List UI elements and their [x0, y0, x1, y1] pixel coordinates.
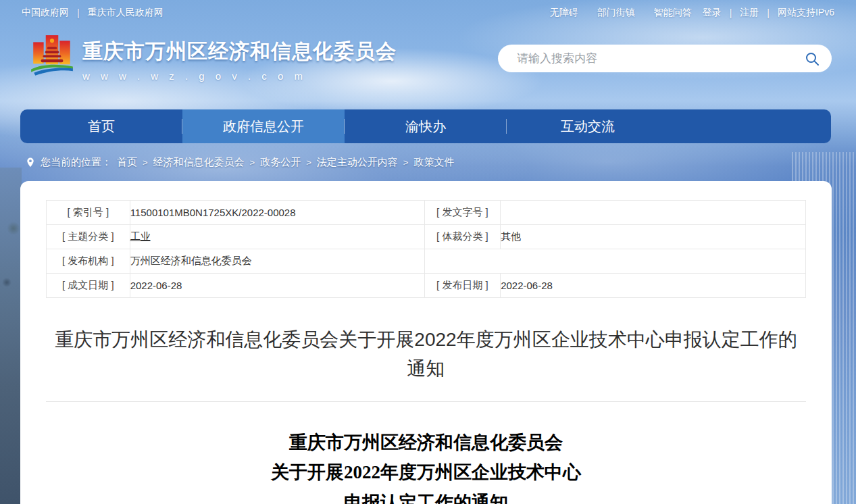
- page-title: 重庆市万州区经济和信息化委员会关于开展2022年度万州区企业技术中心申报认定工作…: [46, 325, 806, 384]
- meta-written-date-label: [ 成文日期 ]: [47, 274, 130, 298]
- table-row: [ 索引号 ] 11500101MB0N1725XK/2022-00028 [ …: [47, 201, 806, 225]
- document-title-line: 重庆市万州区经济和信息化委员会: [46, 428, 806, 458]
- site-logo-icon[interactable]: [30, 32, 74, 80]
- breadcrumb-separator: >: [250, 157, 255, 168]
- meta-publish-date-value: 2022-06-28: [501, 274, 806, 298]
- meta-docnum-label: [ 发文字号 ]: [424, 201, 500, 225]
- document-title-line: 关于开展2022年度万州区企业技术中心: [46, 457, 806, 488]
- topbar-separator: |: [77, 7, 80, 18]
- breadcrumb-commission[interactable]: 经济和信息化委员会: [153, 156, 245, 169]
- nav-item-yukuaiban[interactable]: 渝快办: [345, 109, 507, 143]
- meta-empty-cell: [424, 249, 805, 274]
- search-box: [498, 45, 832, 72]
- document-meta-table: [ 索引号 ] 11500101MB0N1725XK/2022-00028 [ …: [46, 200, 806, 298]
- meta-genre-label: [ 体裁分类 ]: [424, 225, 500, 249]
- city-photo-area: [0, 168, 22, 504]
- table-row: [ 主题分类 ] 工业 [ 体裁分类 ] 其他: [47, 225, 806, 249]
- page: 中国政府网 | 重庆市人民政府网 无障碍 部门街镇 智能问答 登录 | 注册 |…: [0, 0, 856, 504]
- content-panel: [ 索引号 ] 11500101MB0N1725XK/2022-00028 [ …: [20, 181, 832, 504]
- site-header: 重庆市万州区经济和信息化委员会 w w w . w z . g o v . c …: [30, 32, 397, 82]
- topbar-separator: |: [767, 7, 770, 18]
- meta-topic-label: [ 主题分类 ]: [47, 225, 130, 249]
- nav-item-home[interactable]: 首页: [20, 109, 182, 143]
- topic-link[interactable]: 工业: [130, 230, 151, 242]
- meta-genre-value: 其他: [501, 225, 806, 249]
- site-title: 重庆市万州区经济和信息化委员会: [82, 38, 397, 66]
- link-register[interactable]: 注册: [740, 7, 759, 19]
- meta-written-date-value: 2022-06-28: [130, 274, 424, 298]
- topbar-right-links: 无障碍 部门街镇 智能问答 登录 | 注册 | 网站支持IPv6: [550, 7, 834, 19]
- brand-text: 重庆市万州区经济和信息化委员会 w w w . w z . g o v . c …: [82, 32, 397, 82]
- nav-item-interaction[interactable]: 互动交流: [507, 109, 669, 143]
- link-smart-qa[interactable]: 智能问答: [654, 7, 692, 19]
- site-url: w w w . w z . g o v . c o m: [82, 70, 397, 82]
- breadcrumb-legal-content[interactable]: 法定主动公开内容: [317, 156, 398, 169]
- location-pin-icon: [26, 157, 35, 168]
- table-row: [ 成文日期 ] 2022-06-28 [ 发布日期 ] 2022-06-28: [47, 274, 806, 298]
- topbar-separator: |: [730, 7, 732, 18]
- search-button[interactable]: [792, 45, 832, 72]
- table-row: [ 发布机构 ] 万州区经济和信息化委员会: [47, 249, 806, 274]
- breadcrumb-separator: >: [143, 157, 148, 168]
- document-title: 重庆市万州区经济和信息化委员会 关于开展2022年度万州区企业技术中心 申报认定…: [46, 428, 806, 504]
- breadcrumb-home[interactable]: 首页: [117, 156, 137, 169]
- meta-docnum-value: [501, 201, 806, 225]
- meta-publish-date-label: [ 发布日期 ]: [424, 274, 500, 298]
- search-icon: [804, 51, 820, 67]
- topbar-left-links: 中国政府网 | 重庆市人民政府网: [22, 7, 163, 19]
- meta-publisher-value: 万州区经济和信息化委员会: [130, 249, 424, 274]
- meta-topic-value: 工业: [130, 225, 424, 249]
- link-chongqing-gov[interactable]: 重庆市人民政府网: [88, 7, 163, 19]
- link-ipv6[interactable]: 网站支持IPv6: [778, 7, 834, 19]
- search-input[interactable]: [498, 45, 792, 72]
- meta-index-label: [ 索引号 ]: [47, 201, 130, 225]
- link-departments[interactable]: 部门街镇: [597, 7, 635, 19]
- top-utility-bar: 中国政府网 | 重庆市人民政府网 无障碍 部门街镇 智能问答 登录 | 注册 |…: [0, 0, 856, 26]
- breadcrumb: 您当前的位置： 首页 > 经济和信息化委员会 > 政务公开 > 法定主动公开内容…: [26, 153, 454, 172]
- link-accessibility[interactable]: 无障碍: [550, 7, 578, 19]
- link-login[interactable]: 登录: [703, 7, 722, 19]
- breadcrumb-separator: >: [306, 157, 311, 168]
- title-divider: [46, 401, 806, 402]
- meta-index-value: 11500101MB0N1725XK/2022-00028: [130, 201, 424, 225]
- breadcrumb-separator: >: [403, 157, 409, 168]
- main-nav: 首页 政府信息公开 渝快办 互动交流: [20, 109, 831, 143]
- meta-publisher-label: [ 发布机构 ]: [47, 249, 130, 274]
- breadcrumb-gov-open[interactable]: 政务公开: [260, 156, 301, 169]
- nav-item-gov-info[interactable]: 政府信息公开: [182, 109, 345, 143]
- breadcrumb-policy-docs[interactable]: 政策文件: [413, 156, 454, 169]
- breadcrumb-prefix: 您当前的位置：: [41, 156, 111, 169]
- document-title-line: 申报认定工作的通知: [46, 488, 806, 504]
- link-china-gov[interactable]: 中国政府网: [22, 7, 69, 19]
